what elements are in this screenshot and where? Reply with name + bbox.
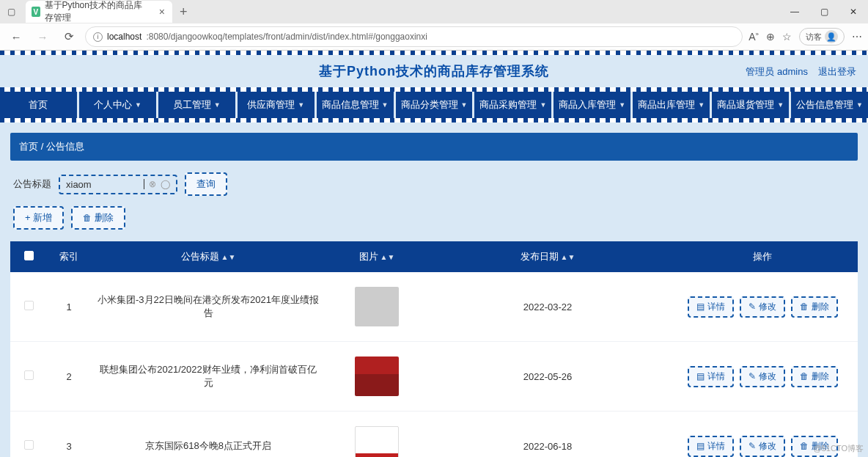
add-button[interactable]: + 新增 [13, 206, 64, 230]
tab-list-icon[interactable]: ▢ [0, 7, 23, 17]
nav-item[interactable]: 商品退货管理▼ [712, 92, 791, 118]
nav-label: 商品出库管理 [638, 98, 695, 111]
chevron-down-icon: ▼ [298, 101, 304, 109]
nav-item[interactable]: 首页 [0, 92, 79, 118]
tab-title: 基于Python技术的商品库存管理 [45, 0, 147, 24]
chevron-down-icon: ▼ [698, 101, 705, 109]
nav-label: 商品分类管理 [401, 98, 458, 111]
nav-label: 商品信息管理 [322, 98, 379, 111]
filter-label: 公告标题 [13, 178, 51, 191]
row-checkbox[interactable] [24, 301, 34, 310]
detail-button[interactable]: ▤ 详情 [688, 366, 734, 387]
top-action-buttons: + 新增 🗑 删除 [13, 206, 855, 230]
logout-button[interactable]: 退出登录 [818, 65, 856, 78]
nav-item[interactable]: 商品出库管理▼ [633, 92, 712, 118]
edit-button[interactable]: ✎ 修改 [740, 366, 785, 387]
th-index[interactable]: 索引 [47, 241, 91, 272]
chevron-down-icon: ▼ [856, 101, 863, 109]
admin-label[interactable]: 管理员 admins [746, 65, 808, 78]
info-icon[interactable]: i [93, 32, 103, 42]
refresh-button[interactable]: ⟳ [59, 26, 79, 47]
minimize-button[interactable]: — [780, 0, 809, 23]
detail-button[interactable]: ▤ 详情 [688, 296, 734, 318]
th-date[interactable]: 发布日期▲▼ [428, 241, 667, 272]
trash-icon: 🗑 [83, 213, 92, 223]
window-controls: — ▢ ✕ [780, 0, 868, 23]
translate-icon[interactable]: ⊕ [766, 31, 775, 43]
read-aloud-icon[interactable]: A» [749, 31, 759, 43]
chevron-down-icon: ▼ [777, 101, 784, 109]
cell-title: 小米集团-3月22日晚间在港交所发布2021年度业绩报告 [91, 272, 326, 342]
query-button[interactable]: 查询 [185, 172, 227, 196]
nav-item[interactable]: 商品分类管理▼ [396, 92, 475, 118]
delete-button[interactable]: 🗑 删除 [71, 206, 125, 230]
row-checkbox[interactable] [24, 370, 34, 380]
clear-icon[interactable]: ⊗ [149, 179, 156, 189]
sort-icon[interactable]: ▲▼ [561, 255, 575, 259]
back-button[interactable]: ← [6, 26, 26, 47]
thumbnail-image[interactable] [355, 426, 399, 457]
sort-icon[interactable]: ▲▼ [221, 255, 236, 259]
nav-label: 供应商管理 [247, 98, 295, 111]
close-tab-icon[interactable]: × [159, 6, 165, 18]
nav-label: 个人中心 [94, 98, 132, 111]
profile-badge[interactable]: 访客 👤 [799, 28, 845, 45]
more-icon[interactable]: ⋯ [852, 31, 862, 43]
th-ops: 操作 [667, 241, 858, 272]
search-input[interactable] [66, 179, 139, 190]
chevron-down-icon: ▼ [461, 101, 468, 109]
edit-button[interactable]: ✎ 修改 [740, 296, 785, 318]
th-image[interactable]: 图片▲▼ [326, 241, 428, 272]
app-shell: 基于Python技术的商品库存管理系统 管理员 admins 退出登录 首页个人… [0, 51, 868, 457]
nav-item[interactable]: 供应商管理▼ [238, 92, 317, 118]
breadcrumb-home[interactable]: 首页 [19, 141, 38, 152]
row-checkbox[interactable] [24, 440, 34, 450]
browser-chrome: ▢ V 基于Python技术的商品库存管理 × + — ▢ ✕ ← → ⟳ i … [0, 0, 868, 51]
maximize-button[interactable]: ▢ [809, 0, 839, 23]
browser-tab[interactable]: V 基于Python技术的商品库存管理 × [26, 1, 172, 23]
cell-date: 2022-03-22 [428, 272, 667, 342]
edit-icon: ✎ [749, 301, 756, 312]
nav-item[interactable]: 商品采购管理▼ [474, 92, 553, 118]
thumbnail-image[interactable] [355, 357, 399, 396]
close-window-button[interactable]: ✕ [839, 0, 868, 23]
edit-icon: ✎ [749, 441, 756, 451]
th-checkbox[interactable] [10, 241, 47, 272]
th-title[interactable]: 公告标题▲▼ [91, 241, 326, 272]
row-delete-button[interactable]: 🗑 删除 [791, 296, 838, 318]
search-input-wrapper[interactable]: ⊗ ◯ [59, 175, 177, 194]
trash-icon: 🗑 [800, 441, 809, 451]
url-path: :8080/djangoowkoq/templates/front/admin/… [146, 32, 427, 42]
address-bar: ← → ⟳ i localhost:8080/djangoowkoq/templ… [0, 23, 868, 50]
delete-label: 删除 [95, 211, 114, 224]
row-delete-button[interactable]: 🗑 删除 [791, 366, 838, 387]
url-field[interactable]: i localhost:8080/djangoowkoq/templates/f… [85, 26, 743, 47]
favorites-icon[interactable]: ☆ [782, 31, 792, 43]
chevron-down-icon: ▼ [214, 101, 221, 109]
trash-icon: 🗑 [800, 371, 809, 381]
table-row: 1 小米集团-3月22日晚间在港交所发布2021年度业绩报告 2022-03-2… [10, 272, 858, 342]
nav-item[interactable]: 商品信息管理▼ [317, 92, 396, 118]
cell-title: 联想集团公布2021/2022财年业绩，净利润首破百亿元 [91, 342, 326, 412]
nav-label: 商品采购管理 [479, 98, 537, 111]
circle-icon[interactable]: ◯ [161, 179, 170, 189]
forward-button[interactable]: → [32, 26, 53, 47]
cell-index: 1 [47, 272, 91, 342]
chevron-down-icon: ▼ [619, 101, 625, 109]
sort-icon[interactable]: ▲▼ [380, 255, 395, 259]
thumbnail-image[interactable] [355, 287, 399, 326]
filter-row: 公告标题 ⊗ ◯ 查询 [13, 172, 855, 196]
breadcrumb-sep: / [41, 141, 44, 152]
new-tab-button[interactable]: + [172, 4, 195, 20]
nav-item[interactable]: 公告信息管理▼ [791, 92, 868, 118]
avatar-icon: 👤 [825, 30, 838, 43]
table-row: 3 京东国际618今晚8点正式开启 2022-06-18 ▤ 详情 ✎ 修改 🗑… [10, 412, 858, 458]
tab-bar: ▢ V 基于Python技术的商品库存管理 × + — ▢ ✕ [0, 0, 868, 23]
nav-item[interactable]: 个人中心▼ [79, 92, 158, 118]
edit-button[interactable]: ✎ 修改 [740, 436, 785, 457]
nav-item[interactable]: 员工管理▼ [158, 92, 238, 118]
nav-item[interactable]: 商品入库管理▼ [553, 92, 633, 118]
chevron-down-icon: ▼ [540, 101, 546, 109]
guest-label: 访客 [806, 32, 822, 43]
detail-button[interactable]: ▤ 详情 [688, 436, 734, 457]
